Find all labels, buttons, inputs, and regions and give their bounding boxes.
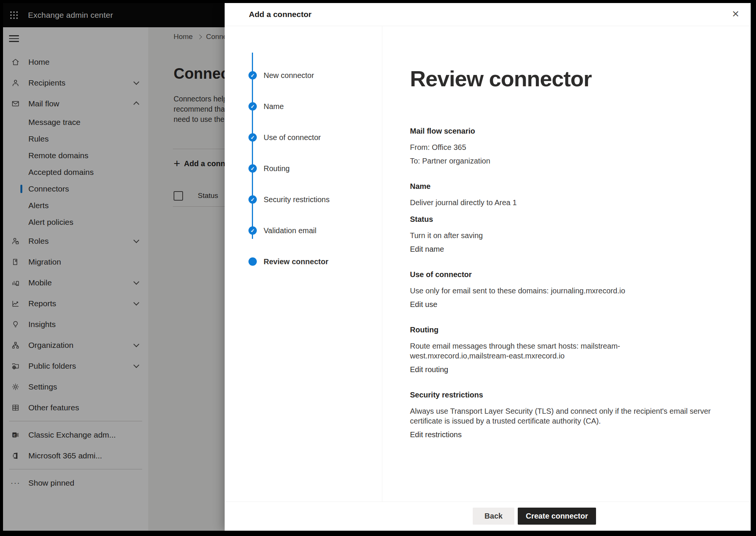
step-routing[interactable]: ✓ Routing [225,163,382,174]
step-review-connector[interactable]: Review connector [225,256,382,267]
edit-restrictions-link[interactable]: Edit restrictions [410,430,462,439]
security-value: Always use Transport Layer Security (TLS… [410,406,713,426]
step-check-icon: ✓ [248,102,257,111]
name-value: Deliver journal directly to Area 1 [410,198,713,207]
section-title: Use of connector [410,269,713,280]
review-panel: Review connector Mail flow scenario From… [382,26,751,502]
status-value: Turn it on after saving [410,231,713,240]
mail-flow-from: From: Office 365 [410,142,713,152]
step-name[interactable]: ✓ Name [225,101,382,112]
step-check-icon: ✓ [248,164,257,173]
modal-title: Add a connector [249,3,312,26]
step-check-icon: ✓ [248,71,257,79]
wizard-stepper: ✓ New connector ✓ Name ✓ Use of connecto… [225,26,382,502]
step-security-restrictions[interactable]: ✓ Security restrictions [225,194,382,205]
use-value: Use only for email sent to these domains… [410,286,713,296]
section-use-of-connector: Use of connector Use only for email sent… [410,269,713,309]
modal-footer: Back Create connector [225,502,751,531]
section-name: Name Deliver journal directly to Area 1 … [410,181,713,254]
mail-flow-to: To: Partner organization [410,156,713,166]
step-check-icon: ✓ [248,226,257,235]
status-subtitle: Status [410,214,713,224]
section-mail-flow-scenario: Mail flow scenario From: Office 365 To: … [410,126,713,166]
modal-header: Add a connector × [225,3,751,26]
routing-value: Route email messages through these smart… [410,341,713,361]
section-security-restrictions: Security restrictions Always use Transpo… [410,390,713,439]
review-heading: Review connector [410,67,713,91]
section-title: Security restrictions [410,390,713,400]
step-new-connector[interactable]: ✓ New connector [225,70,382,81]
section-title: Routing [410,324,713,335]
back-button[interactable]: Back [473,508,514,525]
close-icon[interactable]: × [728,6,743,21]
step-check-icon: ✓ [248,133,257,142]
edit-use-link[interactable]: Edit use [410,299,437,309]
add-connector-modal: Add a connector × ✓ New connector ✓ Name… [225,3,751,531]
step-check-icon: ✓ [248,195,257,204]
create-connector-button[interactable]: Create connector [518,508,596,525]
step-validation-email[interactable]: ✓ Validation email [225,225,382,236]
edit-routing-link[interactable]: Edit routing [410,365,448,374]
section-title: Mail flow scenario [410,126,713,136]
edit-name-link[interactable]: Edit name [410,244,444,254]
screen: Exchange admin center Home Recipients Ma… [3,3,751,531]
step-use-of-connector[interactable]: ✓ Use of connector [225,132,382,143]
section-title: Name [410,181,713,192]
section-routing: Routing Route email messages through the… [410,324,713,374]
step-current-dot [248,257,257,266]
